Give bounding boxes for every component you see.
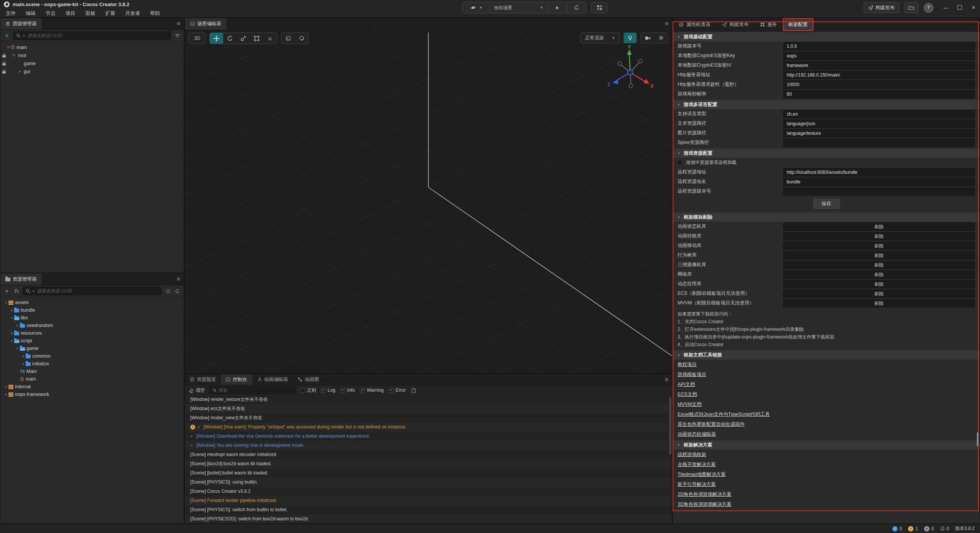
create-node-button[interactable]: + [3, 32, 10, 39]
error-count-badge[interactable]: × 0 [924, 526, 934, 531]
search-type-caret-icon[interactable]: ▼ [23, 34, 25, 37]
minimize-button[interactable]: — [943, 5, 949, 11]
hierarchy-node-gui[interactable]: >gui [0, 67, 184, 75]
play-button[interactable] [547, 2, 567, 13]
console-message-3[interactable]: !>[Window] [Vue warn]: Property "onInput… [185, 422, 672, 432]
warning-count-badge[interactable]: ! 1 [908, 526, 918, 531]
info-count-badge[interactable]: i 3 [892, 526, 902, 531]
asset-node-script[interactable]: >script [0, 337, 184, 345]
section-header-5[interactable]: >框架解决方案 [673, 440, 980, 450]
field-input-远程资源地址[interactable]: http://localhost:8083/assets/bundle [783, 168, 975, 177]
hierarchy-menu-icon[interactable]: ≡ [177, 20, 180, 28]
save-button[interactable]: 保存 [813, 199, 840, 209]
hierarchy-node-game[interactable]: game [0, 59, 184, 67]
render-mode-select[interactable]: 正常渲染 ▼ [580, 33, 620, 43]
expand-icon[interactable]: > [190, 443, 194, 448]
filter-warning[interactable]: ✓Warning [360, 387, 384, 393]
scene-settings-button[interactable] [654, 33, 668, 43]
chevron-icon[interactable]: > [9, 308, 14, 312]
section-header-2[interactable]: >游戏资源配置 [673, 149, 980, 158]
3d-mode-button[interactable]: 3D [189, 33, 205, 44]
tab-inspector-1[interactable]: 构建发布 [716, 18, 755, 31]
export-log-icon[interactable] [410, 387, 417, 394]
regex-checkbox[interactable] [300, 388, 305, 393]
link-全栈开发解决方案[interactable]: 全栈开发解决方案 [678, 459, 716, 469]
tab-console-0[interactable]: 资源预览 [185, 374, 221, 385]
transform-tool-button[interactable]: ∪ [263, 33, 277, 44]
tab-console-3[interactable]: 动画图 [293, 374, 324, 385]
console-menu-icon[interactable]: ≡ [665, 376, 668, 384]
close-button[interactable]: × [971, 4, 976, 11]
search-type-caret-icon[interactable]: ▼ [32, 290, 35, 293]
field-input-Spine资源路径[interactable] [783, 139, 975, 147]
tab-framework-config[interactable]: 框架配置 [783, 18, 813, 31]
asset-node-seedrandom[interactable]: >seedrandom [0, 322, 184, 329]
field-input-远程资源版本号[interactable] [783, 187, 975, 196]
lighting-toggle-button[interactable] [624, 33, 637, 43]
tab-console-2[interactable]: 动画编辑器 [252, 374, 293, 385]
link-教程项目[interactable]: 教程项目 [678, 360, 697, 370]
menubar-item-0[interactable]: 文件 [1, 9, 21, 17]
filter-info[interactable]: ✓Info [340, 387, 355, 393]
chevron-icon[interactable]: > [3, 392, 8, 397]
asset-node-game[interactable]: >game [0, 345, 184, 352]
asset-node-bundle[interactable]: >bundle [0, 306, 184, 314]
field-input-远程资源包名[interactable]: bundle [783, 178, 975, 186]
console-search-input[interactable]: 搜索 [209, 386, 296, 394]
field-input-本地数据CryptoES加密IV[interactable]: framework [783, 61, 975, 70]
section-header-4[interactable]: >框架文档工具链接 [673, 350, 980, 360]
scene-select[interactable]: 当前场景 ▼ [490, 2, 547, 13]
filter-checkbox[interactable]: ✓ [360, 388, 365, 393]
console-message-5[interactable]: >[Window] You are running Vue in develop… [185, 441, 672, 450]
expand-icon[interactable]: > [198, 425, 201, 429]
console-message-1[interactable]: [Window] ecs文件夹不存在 [185, 404, 672, 413]
console-message-10[interactable]: [Scene] Cocos Creator v3.8.2 [185, 487, 672, 496]
field-input-图片资源路径[interactable]: language/texture [783, 129, 975, 137]
hierarchy-search-input[interactable]: ▼ 搜索名称或 UUID [13, 31, 171, 40]
menubar-item-6[interactable]: 开发者 [120, 9, 145, 17]
tab-console-1[interactable]: 控制台 [221, 374, 252, 385]
sort-assets-icon[interactable] [13, 288, 20, 294]
filter-checkbox[interactable]: ✓ [321, 388, 326, 393]
inspector-scrollbar[interactable] [977, 432, 979, 446]
maximize-button[interactable] [957, 5, 962, 10]
chevron-icon[interactable]: > [3, 385, 8, 389]
filter-error[interactable]: ✓Error [389, 387, 406, 393]
link-MVVM文档[interactable]: MVVM文档 [678, 399, 702, 409]
field-input-Http服务器请求超时（毫秒）[interactable]: 10000 [783, 80, 975, 89]
help-button[interactable]: ? [924, 3, 933, 13]
field-input-游戏每秒帧率[interactable]: 60 [783, 90, 975, 98]
remove-module-button[interactable]: 剔除 [783, 222, 975, 231]
chevron-icon[interactable]: > [15, 346, 20, 351]
open-project-folder-button[interactable] [905, 2, 918, 13]
field-input-支持语言类型[interactable]: zh,en [783, 110, 975, 118]
asset-node-resources[interactable]: >resources [0, 329, 184, 337]
asset-node-assets[interactable]: >assets [0, 299, 184, 306]
link-2D角色扮演游戏解决方案[interactable]: 2D角色扮演游戏解决方案 [678, 489, 732, 499]
hierarchy-filter-icon[interactable] [174, 32, 181, 39]
filter-checkbox[interactable]: ✓ [340, 388, 345, 393]
field-input-本地数据CryptoES加密Key[interactable]: oops [783, 52, 975, 60]
filter-log[interactable]: ✓Log [321, 387, 335, 393]
preview-target-button[interactable]: ▼ [463, 2, 490, 13]
menubar-item-5[interactable]: 扩展 [100, 9, 120, 17]
clear-console-button[interactable]: 清空 [189, 387, 205, 394]
expand-icon[interactable]: > [190, 434, 194, 438]
console-message-2[interactable]: [Window] model_view文件夹不存在 [185, 413, 672, 422]
asset-node-libs[interactable]: >libs [0, 314, 184, 322]
chevron-icon[interactable]: > [21, 354, 26, 358]
scale-tool-button[interactable] [237, 33, 250, 44]
asset-node-internal[interactable]: >internal [0, 383, 184, 391]
asset-node-Main[interactable]: TSMain [0, 368, 184, 375]
chevron-icon[interactable]: > [15, 324, 20, 328]
scene-camera-button[interactable] [641, 33, 654, 43]
section-header-0[interactable]: >游戏基础配置 [673, 32, 980, 41]
field-input-Http服务器地址[interactable]: http://192.168.0.150/main/ [783, 71, 975, 79]
build-publish-button[interactable]: 构建发布 [864, 2, 899, 13]
snap-corner-icon[interactable] [281, 33, 295, 44]
rect-tool-button[interactable] [250, 33, 263, 44]
regex-toggle[interactable]: 正则 [300, 387, 316, 394]
console-message-9[interactable]: [Scene] [PHYSICS]: using builtin. [185, 477, 672, 487]
tab-hierarchy[interactable]: 层级管理器 [0, 18, 42, 29]
assets-search-input[interactable]: ▼ 搜索名称或 UUID [23, 287, 162, 295]
